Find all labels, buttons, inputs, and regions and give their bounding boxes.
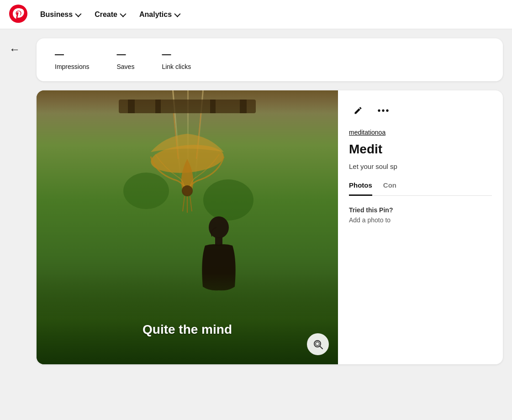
pin-detail-card: Quite the mind: [37, 90, 503, 364]
saves-stat: — Saves: [116, 49, 134, 70]
tried-pin-desc: Add a photo to: [349, 215, 492, 225]
pin-image-area: Quite the mind: [37, 90, 338, 364]
lens-icon: [312, 339, 323, 350]
pin-title: Medit: [349, 142, 492, 157]
analytics-menu[interactable]: Analytics: [134, 7, 185, 22]
create-label: Create: [95, 10, 117, 19]
link-clicks-stat: — Link clicks: [162, 49, 191, 70]
pin-image-background: Quite the mind: [37, 90, 338, 364]
business-chevron-icon: [75, 10, 81, 17]
svg-point-13: [123, 173, 169, 209]
analytics-chevron-icon: [174, 10, 180, 17]
tried-pin-title: Tried this Pin?: [349, 206, 393, 214]
svg-rect-2: [128, 100, 135, 113]
link-clicks-label: Link clicks: [162, 63, 191, 70]
top-navigation: Business Create Analytics: [0, 0, 512, 29]
analytics-label: Analytics: [139, 10, 172, 19]
pin-overlay-text: Quite the mind: [143, 322, 232, 337]
svg-line-18: [320, 346, 323, 349]
impressions-label: Impressions: [55, 63, 89, 70]
pin-description: Let your soul sp: [349, 163, 492, 170]
main-content: ← — Impressions — Saves — Link clicks: [0, 29, 512, 420]
hanging-fabric-svg: [119, 100, 256, 227]
edit-button[interactable]: [349, 101, 367, 120]
content-tabs: Photos Con: [349, 181, 492, 196]
impressions-stat: — Impressions: [55, 49, 89, 70]
business-label: Business: [40, 10, 73, 19]
foliage-overlay: [37, 273, 338, 364]
impressions-value: —: [55, 49, 89, 58]
tab-photos[interactable]: Photos: [349, 181, 372, 196]
more-options-button[interactable]: •••: [375, 101, 393, 120]
create-chevron-icon: [120, 10, 126, 17]
pinterest-logo[interactable]: [9, 5, 31, 25]
create-menu[interactable]: Create: [89, 7, 130, 22]
back-button[interactable]: ←: [9, 43, 20, 56]
svg-rect-5: [240, 100, 247, 113]
svg-rect-4: [210, 100, 216, 113]
business-menu[interactable]: Business: [35, 7, 85, 22]
pin-source-link[interactable]: meditationoa: [349, 129, 492, 136]
tab-comments[interactable]: Con: [383, 181, 396, 196]
svg-line-10: [183, 196, 185, 211]
saves-value: —: [116, 49, 134, 58]
svg-line-12: [190, 196, 192, 211]
visual-search-button[interactable]: [307, 333, 329, 355]
saves-label: Saves: [116, 63, 134, 70]
link-clicks-value: —: [162, 49, 191, 58]
stats-card: — Impressions — Saves — Link clicks: [37, 38, 503, 81]
svg-rect-1: [119, 100, 256, 113]
svg-rect-3: [155, 100, 161, 113]
more-dots-icon: •••: [377, 105, 390, 116]
svg-point-19: [316, 342, 319, 346]
tried-pin-section: Tried this Pin? Add a photo to: [349, 205, 492, 226]
pin-info-panel: ••• meditationoa Medit Let your soul sp …: [338, 90, 503, 364]
svg-point-0: [9, 5, 27, 23]
svg-point-9: [182, 185, 193, 196]
pencil-icon: [354, 106, 363, 115]
pin-actions-bar: •••: [349, 101, 492, 120]
